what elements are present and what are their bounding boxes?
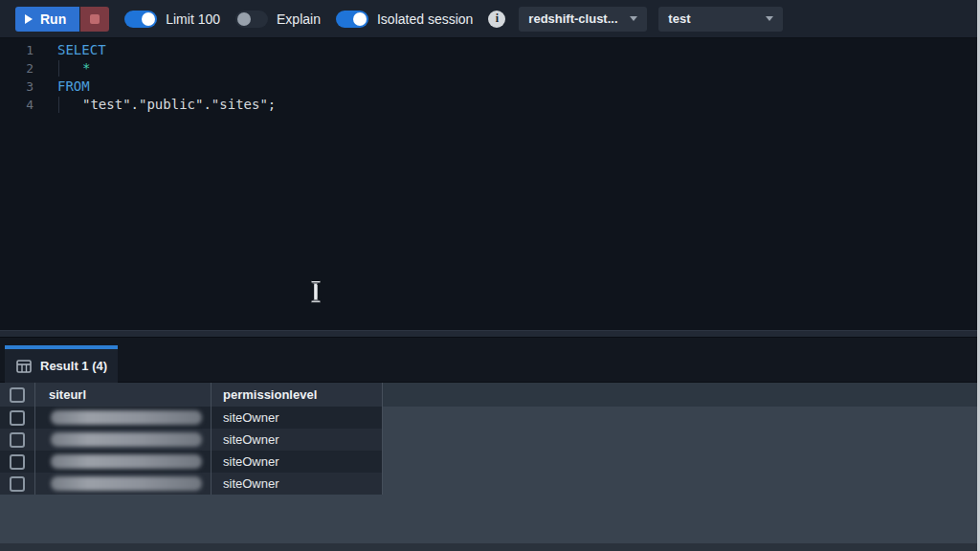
row-select-cell [0, 473, 34, 495]
tab-label: Result 1 (4) [40, 359, 107, 373]
toolbar: Run Limit 100 Explain Isolated session i… [0, 0, 980, 38]
row-select-cell [0, 429, 34, 451]
database-dropdown[interactable]: test [658, 7, 783, 32]
line-number: 3 [0, 77, 42, 96]
run-button-label: Run [40, 11, 66, 27]
permissionlevel-cell: siteOwner [211, 429, 383, 451]
play-icon [25, 14, 33, 24]
line-number: 4 [0, 96, 42, 114]
run-button[interactable]: Run [15, 7, 79, 32]
siteurl-cell [34, 473, 211, 495]
isolated-session-toggle-group: Isolated session [336, 11, 473, 28]
explain-toggle-group: Explain [235, 11, 321, 28]
redacted-value [51, 410, 202, 425]
isolated-session-toggle-label: Isolated session [377, 11, 473, 27]
info-icon[interactable]: i [488, 11, 505, 28]
row-select-cell [0, 451, 34, 473]
row-checkbox[interactable] [10, 432, 25, 448]
row-checkbox[interactable] [10, 476, 25, 492]
explain-toggle-label: Explain [277, 11, 321, 27]
limit-toggle-group: Limit 100 [124, 11, 220, 28]
editor-line: 3 FROM [0, 77, 980, 96]
code-text: * [42, 59, 90, 77]
toggle-knob [142, 12, 155, 26]
row-checkbox[interactable] [10, 454, 25, 470]
explain-toggle[interactable] [235, 11, 268, 28]
permissionlevel-cell: siteOwner [211, 473, 383, 495]
tab-result-1[interactable]: Result 1 (4) [5, 345, 118, 383]
table-grid-icon [16, 360, 32, 373]
cluster-dropdown[interactable]: redshift-clust... [519, 7, 647, 32]
editor-line: 2 * [0, 59, 980, 77]
run-button-group: Run [15, 7, 109, 32]
database-dropdown-value: test [668, 11, 690, 26]
sql-editor[interactable]: 1 SELECT 2 * 3 FROM 4 "test"."public"."s… [0, 39, 980, 330]
chevron-down-icon [766, 16, 773, 21]
panel-divider[interactable] [0, 330, 980, 338]
code-text: SELECT [42, 41, 106, 59]
table-row[interactable]: siteOwner [0, 407, 383, 429]
redacted-value [51, 454, 202, 469]
stop-icon [90, 14, 100, 24]
select-all-checkbox[interactable] [10, 387, 25, 403]
column-header-siteurl[interactable]: siteurl [34, 383, 211, 407]
redacted-value [51, 432, 202, 447]
siteurl-cell [34, 407, 211, 429]
column-header-permissionlevel[interactable]: permissionlevel [211, 383, 383, 407]
line-number: 2 [0, 59, 42, 77]
table-row[interactable]: siteOwner [0, 429, 383, 451]
code-text: FROM [42, 77, 90, 96]
permissionlevel-cell: siteOwner [211, 451, 383, 473]
code-text: "test"."public"."sites"; [42, 96, 276, 114]
table-row[interactable]: siteOwner [0, 473, 383, 495]
redacted-value [51, 476, 202, 491]
chevron-down-icon [630, 16, 637, 21]
row-select-cell [0, 407, 34, 429]
results-grid: siteurl permissionlevel siteOwner siteOw… [0, 383, 980, 551]
table-row[interactable]: siteOwner [0, 451, 383, 473]
siteurl-cell [34, 451, 211, 473]
limit-toggle[interactable] [124, 11, 157, 28]
siteurl-cell [34, 429, 211, 451]
toggle-knob [353, 12, 367, 26]
permissionlevel-cell: siteOwner [211, 407, 383, 429]
line-number: 1 [0, 41, 42, 59]
horizontal-scrollbar-track[interactable] [0, 543, 980, 551]
isolated-session-toggle[interactable] [336, 11, 368, 28]
editor-line: 4 "test"."public"."sites"; [0, 96, 980, 114]
text-ibeam-cursor [308, 279, 323, 304]
grid-header-row: siteurl permissionlevel [0, 383, 980, 407]
cluster-dropdown-value: redshift-clust... [528, 11, 617, 26]
stop-button[interactable] [80, 7, 109, 32]
row-checkbox[interactable] [10, 410, 25, 426]
results-tab-bar: Result 1 (4) [0, 338, 980, 383]
results-panel: Result 1 (4) siteurl permissionlevel sit… [0, 338, 980, 551]
select-all-cell [0, 383, 34, 407]
limit-toggle-label: Limit 100 [166, 11, 220, 27]
editor-line: 1 SELECT [0, 41, 980, 59]
toggle-knob [237, 12, 251, 26]
